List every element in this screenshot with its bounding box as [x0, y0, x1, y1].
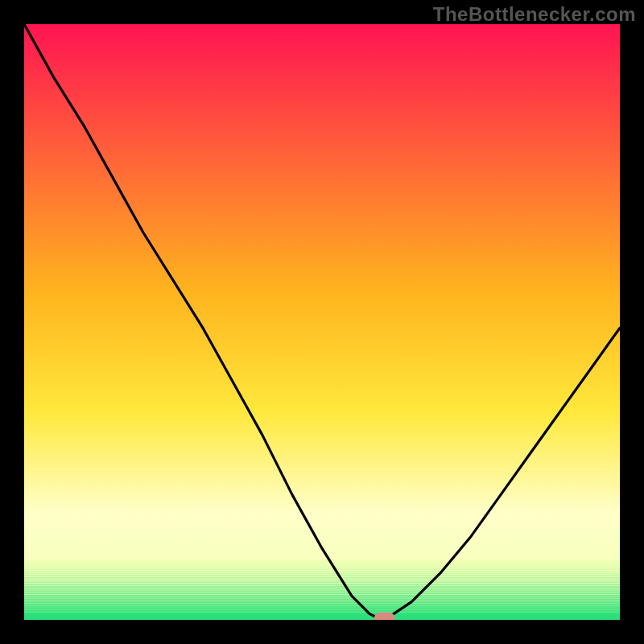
svg-rect-0	[24, 24, 620, 620]
svg-rect-31	[374, 613, 395, 620]
chart-svg	[24, 24, 620, 620]
plot-area	[24, 24, 620, 620]
chart-frame: TheBottlenecker.com	[0, 0, 644, 644]
brand-watermark: TheBottlenecker.com	[433, 3, 636, 26]
svg-rect-30	[24, 613, 620, 620]
